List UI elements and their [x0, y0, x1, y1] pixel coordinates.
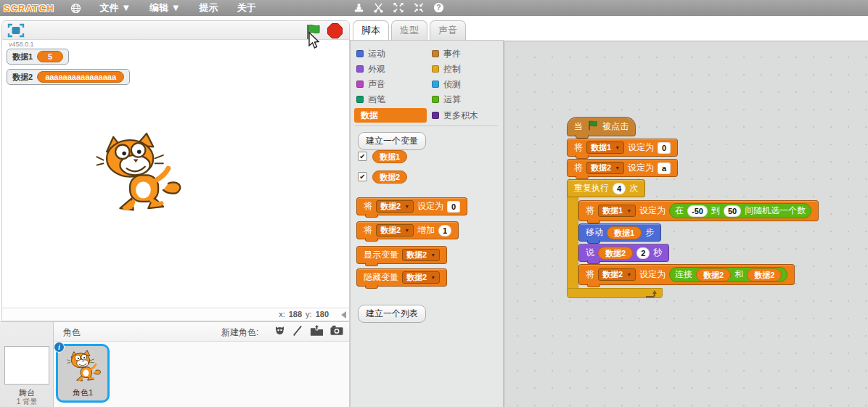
shrink-sprite-icon[interactable]	[413, 2, 425, 13]
variable-watcher-data1[interactable]: 数据1 5	[7, 49, 69, 65]
menu-about[interactable]: 关于	[237, 1, 256, 15]
category-sound[interactable]: 声音	[356, 77, 385, 91]
pane-resize-handle[interactable]	[341, 311, 346, 318]
paint-new-sprite-icon[interactable]	[292, 324, 303, 340]
palette-hide-variable-block[interactable]: 隐藏变量 数据2 ▼	[356, 268, 447, 287]
variable-reporter-data2[interactable]: 数据2	[696, 268, 731, 281]
category-motion[interactable]: 运动	[356, 46, 385, 61]
stage-header	[2, 21, 349, 40]
palette-divider	[355, 126, 499, 126]
scratch-editor: SCRATCH 文件 ▼ 编辑 ▼ 提示 关于 ?	[0, 0, 868, 407]
camera-sprite-icon[interactable]	[330, 325, 343, 339]
new-sprite-label: 新建角色:	[221, 326, 258, 339]
dropdown-arrow-icon: ▼	[626, 208, 631, 213]
sprite-list-header: 角色 新建角色:	[54, 322, 349, 342]
stage-panel: v458.0.1 数据1 5 数据2 aaaaaaaaaaaaaaaa	[1, 20, 350, 321]
stage-thumbnail[interactable]	[4, 346, 49, 385]
fullscreen-icon[interactable]	[7, 23, 25, 41]
tab-costumes[interactable]: 造型	[391, 20, 427, 40]
x-label: x:	[279, 310, 285, 318]
set-data2-to-a-block[interactable]: 将 数据2 ▼ 设定为 a	[567, 159, 678, 177]
grow-sprite-icon[interactable]	[393, 2, 404, 13]
dropdown-arrow-icon: ▼	[404, 204, 409, 209]
repeat-footer[interactable]	[567, 288, 663, 298]
variable-reporter-data2[interactable]: 数据2	[372, 170, 407, 184]
language-globe-icon[interactable]	[70, 3, 81, 14]
make-list-button[interactable]: 建立一个列表	[358, 305, 426, 323]
block-help-icon[interactable]: ?	[433, 2, 444, 13]
pick-random-operator[interactable]: 在 -50 到 50 间随机选一个数	[669, 203, 811, 218]
category-data[interactable]: 数据	[354, 108, 427, 123]
sprite-card-sprite1[interactable]: i 角色1	[56, 344, 110, 403]
watcher-label: 数据1	[12, 52, 33, 62]
new-sprite-library-icon[interactable]	[274, 324, 286, 340]
tab-scripts[interactable]: 脚本	[353, 20, 389, 40]
value-input[interactable]: 0	[658, 142, 671, 154]
category-operators[interactable]: 运算	[432, 92, 461, 107]
variable-dropdown[interactable]: 数据2 ▼	[586, 162, 624, 174]
variable-checkbox-data2[interactable]: ✔	[358, 172, 367, 181]
variable-dropdown[interactable]: 数据2 ▼	[376, 200, 414, 213]
variable-reporter-data1[interactable]: 数据1	[607, 226, 642, 239]
seconds-input[interactable]: 2	[636, 247, 650, 259]
move-steps-block[interactable]: 移动 数据1 步	[578, 223, 661, 242]
stage-sprite-cat[interactable]	[95, 131, 187, 218]
make-variable-button[interactable]: 建立一个变量	[358, 132, 426, 150]
palette-show-variable-block[interactable]: 显示变量 数据2 ▼	[356, 246, 447, 264]
category-looks[interactable]: 外观	[356, 62, 385, 76]
set-data1-to-random-block[interactable]: 将 数据1 ▼ 设定为 在 -50 到 50 间随机选一个数	[578, 200, 819, 221]
repeat-header[interactable]: 重复执行 4 次	[567, 179, 645, 197]
set-data2-to-join-block[interactable]: 将 数据2 ▼ 设定为 连接 数据2 和 数据2	[578, 264, 795, 285]
palette-change-variable-block[interactable]: 将 数据2 ▼ 增加 1	[356, 221, 459, 239]
dropdown-arrow-icon: ▼	[430, 252, 435, 258]
stop-sign-icon[interactable]	[327, 23, 343, 41]
scripts-area[interactable]: 当 被点击 将 数据1 ▼ 设定为 0 将 数据2 ▼ 设定为	[504, 41, 868, 407]
repeat-count-input[interactable]: 4	[613, 183, 626, 194]
menu-edit[interactable]: 编辑 ▼	[150, 1, 180, 15]
category-pen[interactable]: 画笔	[356, 92, 385, 107]
set-data1-to-0-block[interactable]: 将 数据1 ▼ 设定为 0	[567, 139, 678, 157]
sprite-thumbnail-cat	[67, 349, 103, 387]
sprite-info-badge[interactable]: i	[54, 342, 65, 353]
say-for-secs-block[interactable]: 说 数据2 2 秒	[578, 244, 669, 262]
category-sensing[interactable]: 侦测	[432, 77, 461, 91]
value-input[interactable]: a	[658, 163, 671, 174]
random-max-input[interactable]: 50	[724, 205, 741, 217]
value-input[interactable]: 0	[447, 201, 460, 213]
variable-dropdown[interactable]: 数据2 ▼	[402, 249, 440, 261]
variable-reporter-data2[interactable]: 数据2	[598, 247, 633, 260]
y-value: 180	[316, 310, 329, 318]
category-more-blocks[interactable]: 更多积木	[432, 108, 478, 123]
value-input[interactable]: 1	[438, 225, 451, 237]
dropdown-arrow-icon: ▼	[626, 272, 631, 277]
variable-reporter-data1[interactable]: 数据1	[372, 150, 407, 163]
variable-dropdown[interactable]: 数据2 ▼	[402, 271, 440, 284]
upload-sprite-icon[interactable]	[310, 324, 324, 340]
variable-checkbox-data1[interactable]: ✔	[358, 152, 367, 161]
category-control[interactable]: 控制	[432, 62, 461, 76]
menu-tips[interactable]: 提示	[200, 1, 218, 15]
sprite-name: 角色1	[58, 387, 107, 398]
variable-dropdown[interactable]: 数据1 ▼	[586, 141, 624, 154]
variable-dropdown[interactable]: 数据2 ▼	[598, 268, 636, 281]
menu-file[interactable]: 文件 ▼	[100, 1, 131, 15]
script-stack: 当 被点击 将 数据1 ▼ 设定为 0 将 数据2 ▼ 设定为	[567, 117, 819, 298]
scratch-logo[interactable]: SCRATCH	[4, 3, 54, 14]
variable-dropdown[interactable]: 数据2 ▼	[376, 224, 414, 237]
repeat-loop-block[interactable]: 重复执行 4 次 将 数据1 ▼ 设定为 在 -50 到	[567, 179, 819, 298]
watcher-value: aaaaaaaaaaaaaaaa	[37, 71, 124, 83]
x-value: 188	[289, 310, 302, 318]
join-operator[interactable]: 连接 数据2 和 数据2	[669, 267, 787, 282]
when-green-flag-clicked-block[interactable]: 当 被点击	[567, 117, 636, 136]
category-color-operators	[432, 96, 439, 103]
palette-set-variable-block[interactable]: 将 数据2 ▼ 设定为 0	[356, 197, 467, 215]
delete-scissors-icon[interactable]	[373, 2, 384, 13]
random-min-input[interactable]: -50	[687, 205, 708, 217]
category-events[interactable]: 事件	[432, 46, 461, 61]
variable-watcher-data2[interactable]: 数据2 aaaaaaaaaaaaaaaa	[7, 69, 130, 85]
duplicate-stamp-icon[interactable]	[353, 2, 364, 13]
tab-sounds[interactable]: 声音	[430, 20, 466, 40]
block-palette: 运动 外观 声音 画笔 数据 事件 控制 侦测 运算 更多积木	[350, 40, 504, 407]
variable-reporter-data2[interactable]: 数据2	[747, 268, 782, 281]
variable-dropdown[interactable]: 数据1 ▼	[598, 205, 636, 217]
